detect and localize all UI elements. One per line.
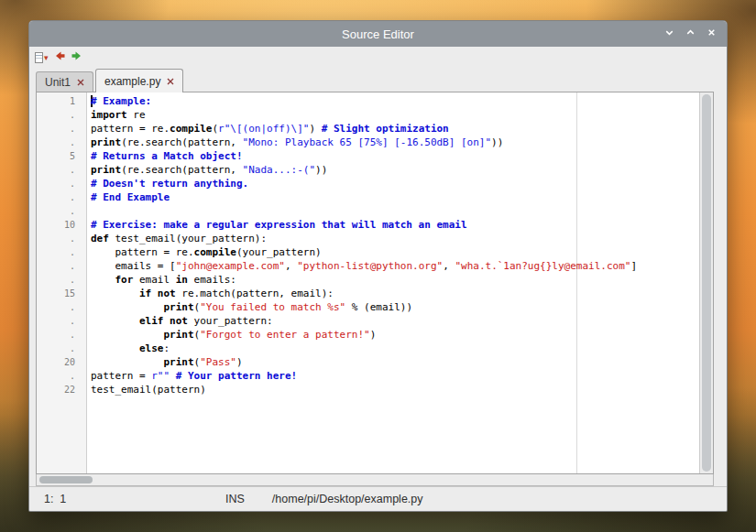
code-line[interactable]: print(re.search(pattern, "Nada...:-(")) [91,163,699,177]
chevron-down-icon [663,26,675,42]
status-bar: 1: 1 INS /home/pi/Desktop/example.py [29,486,727,511]
gutter-line-number: . [37,177,75,190]
window-controls [662,21,719,47]
editor-panel: 1...5....10....15....20.22 # Example:imp… [36,92,714,474]
close-button[interactable] [704,27,719,42]
gutter-line-number: . [37,122,75,136]
editor-toolbar: ▾ [29,47,727,67]
tab-close-icon[interactable] [167,75,174,88]
code-line[interactable]: emails = ["john@example.com", "python-li… [91,259,699,273]
tab-example-py[interactable]: example.py [95,69,183,92]
gutter-line-number: 15 [37,287,75,300]
code-line[interactable]: test_email(pattern) [91,383,699,396]
gutter-line-number: . [37,232,75,245]
unit-switch-button[interactable]: ▾ [35,50,49,65]
editor-tabbar: Unit1 example.py [29,67,727,92]
code-line[interactable]: # Exercise: make a regular expression th… [91,218,699,232]
gutter-line-number: . [37,300,75,314]
file-path: /home/pi/Desktop/example.py [272,493,423,505]
code-area[interactable]: # Example:import repattern = re.compile(… [87,92,699,473]
gutter-line-number: . [37,369,75,383]
gutter-line-number: . [37,136,75,149]
maximize-button[interactable] [683,27,698,42]
vertical-scrollbar-thumb[interactable] [702,94,711,472]
desktop-background: Source Editor [0,0,756,532]
code-line[interactable]: pattern = re.compile(your_pattern) [91,245,699,259]
source-editor-window: Source Editor [28,20,728,512]
code-line[interactable]: if not re.match(pattern, email): [91,287,699,300]
jump-back-button[interactable] [53,50,66,65]
gutter-line-number: . [37,108,75,122]
code-line[interactable]: elif not your_pattern: [91,314,699,328]
gutter-line-number: . [37,342,75,355]
code-line[interactable]: import re [91,108,699,122]
insert-mode-indicator: INS [225,493,245,505]
gutter-line-number: . [37,273,75,287]
tab-unit1[interactable]: Unit1 [36,71,93,92]
vertical-scrollbar[interactable] [699,92,713,473]
minimize-button[interactable] [662,27,677,42]
back-arrow-icon [53,49,66,66]
code-line[interactable]: # Example: [91,94,699,108]
code-line[interactable] [91,204,699,218]
unit-page-icon [35,52,43,63]
tab-label: example.py [104,75,160,88]
horizontal-scrollbar[interactable] [36,474,714,486]
dropdown-caret-icon: ▾ [44,54,49,62]
gutter-line-number: 20 [37,355,75,369]
code-line[interactable]: # Doesn't return anything. [91,177,699,190]
code-line[interactable]: pattern = re.compile(r"\[(on|off)\]") # … [91,122,699,136]
code-line[interactable]: # Returns a Match object! [91,149,699,163]
code-line[interactable]: else: [91,342,699,355]
code-line[interactable]: print("You failed to match %s" % (email)… [91,300,699,314]
close-icon [706,26,718,42]
code-line[interactable]: for email in emails: [91,273,699,287]
gutter-line-number: 5 [37,149,75,163]
gutter-line-number: . [37,259,75,273]
code-lines: # Example:import repattern = re.compile(… [87,92,699,396]
tab-close-icon[interactable] [77,76,84,89]
gutter[interactable]: 1...5....10....15....20.22 [37,92,87,473]
code-line[interactable]: def test_email(your_pattern): [91,232,699,245]
gutter-line-number: 1 [37,94,75,108]
horizontal-scrollbar-thumb[interactable] [39,476,93,483]
gutter-line-number: . [37,204,75,218]
gutter-line-number: . [37,328,75,342]
chevron-up-icon [685,26,696,42]
gutter-line-number: . [37,190,75,204]
code-line[interactable]: # End Example [91,190,699,204]
gutter-line-number: . [37,163,75,177]
window-titlebar[interactable]: Source Editor [29,21,727,47]
gutter-line-number: 22 [37,383,75,396]
forward-arrow-icon [71,49,83,66]
editor-zone: 1...5....10....15....20.22 # Example:imp… [36,92,714,486]
jump-forward-button[interactable] [71,50,83,65]
window-title: Source Editor [342,27,414,41]
code-line[interactable]: pattern = r"" # Your pattern here! [91,369,699,383]
tab-label: Unit1 [45,76,71,89]
code-line[interactable]: print("Forgot to enter a pattern!") [91,328,699,342]
code-line[interactable]: print("Pass") [91,355,699,369]
gutter-line-number: 10 [37,218,75,232]
gutter-line-number: . [37,245,75,259]
cursor-position: 1: 1 [44,493,71,505]
gutter-line-number: . [37,314,75,328]
code-line[interactable]: print(re.search(pattern, "Mono: Playback… [91,136,699,149]
